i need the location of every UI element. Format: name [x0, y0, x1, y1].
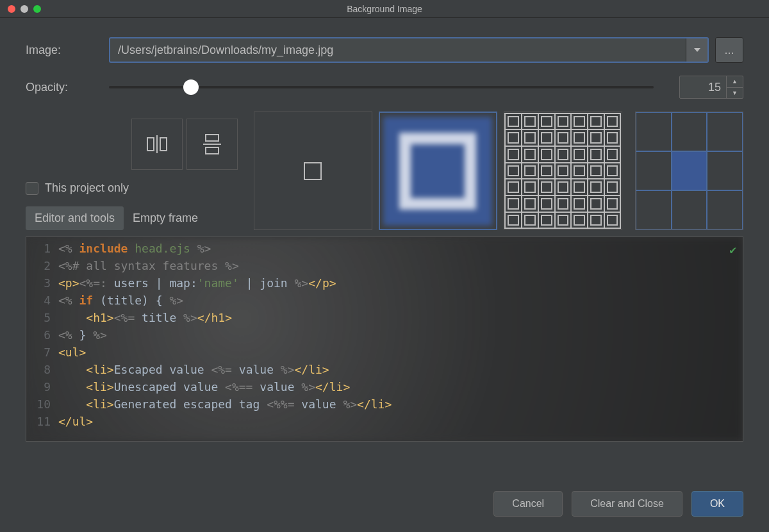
opacity-label: Opacity:: [26, 81, 109, 94]
anchor-grid: [635, 112, 743, 230]
tile-icon: [505, 113, 620, 229]
svg-marker-0: [694, 48, 700, 52]
tab-editor-and-tools[interactable]: Editor and tools: [26, 206, 124, 230]
ok-button[interactable]: OK: [691, 491, 743, 517]
titlebar: Background Image: [0, 0, 769, 18]
clear-and-close-button[interactable]: Clear and Close: [572, 491, 682, 517]
scale-icon: [383, 117, 492, 226]
anchor-bottom[interactable]: [672, 190, 707, 229]
plain-icon: [304, 162, 322, 180]
anchor-bottom-left[interactable]: [636, 190, 672, 229]
opacity-row: Opacity: 15 ▲ ▼: [26, 76, 743, 99]
cancel-button[interactable]: Cancel: [493, 491, 563, 517]
browse-button[interactable]: ...: [715, 37, 743, 63]
image-label: Image:: [26, 44, 109, 57]
anchor-right[interactable]: [707, 151, 743, 190]
project-only-row[interactable]: This project only: [26, 181, 254, 195]
anchor-bottom-right[interactable]: [707, 190, 743, 229]
code-lines: <% include head.ejs %> <%# all syntax fe…: [26, 237, 743, 430]
flip-horizontal-button[interactable]: [131, 119, 183, 170]
svg-rect-1: [147, 138, 154, 151]
code-preview: 1 2 3 4 5 6 7 8 9 10 11 <% include head.…: [26, 237, 743, 442]
opacity-slider-thumb[interactable]: [183, 79, 199, 95]
anchor-top-left[interactable]: [636, 112, 672, 151]
project-only-checkbox[interactable]: [26, 182, 38, 195]
opacity-spinner[interactable]: 15 ▲ ▼: [679, 76, 743, 99]
anchor-left[interactable]: [636, 151, 672, 190]
image-history-dropdown[interactable]: [686, 38, 707, 62]
window-title: Background Image: [0, 4, 769, 14]
project-only-label: This project only: [45, 181, 129, 195]
dialog-buttons: Cancel Clear and Close OK: [493, 491, 743, 517]
opacity-decrease[interactable]: ▼: [727, 87, 743, 99]
chevron-down-icon: [694, 48, 700, 52]
opacity-slider[interactable]: [109, 86, 654, 88]
image-row: Image: ...: [26, 37, 743, 63]
anchor-top-right[interactable]: [707, 112, 743, 151]
image-path-input[interactable]: [110, 38, 686, 62]
anchor-top[interactable]: [672, 112, 707, 151]
svg-rect-2: [160, 138, 167, 151]
fill-mode-scale[interactable]: [379, 112, 497, 230]
fill-mode-tile[interactable]: [504, 112, 622, 230]
tab-empty-frame[interactable]: Empty frame: [124, 206, 207, 230]
image-path-field[interactable]: [109, 37, 709, 63]
inspection-ok-icon: ✔: [729, 241, 736, 258]
opacity-increase[interactable]: ▲: [727, 76, 743, 87]
flip-horizontal-icon: [146, 135, 168, 153]
flip-vertical-icon: [203, 133, 221, 155]
opacity-value: 15: [680, 76, 726, 98]
fill-mode-plain[interactable]: [254, 112, 372, 230]
svg-rect-4: [206, 135, 219, 141]
preview-tabs: Editor and tools Empty frame: [26, 206, 254, 230]
anchor-center[interactable]: [672, 151, 707, 190]
flip-vertical-button[interactable]: [186, 119, 238, 170]
svg-rect-5: [206, 147, 219, 154]
